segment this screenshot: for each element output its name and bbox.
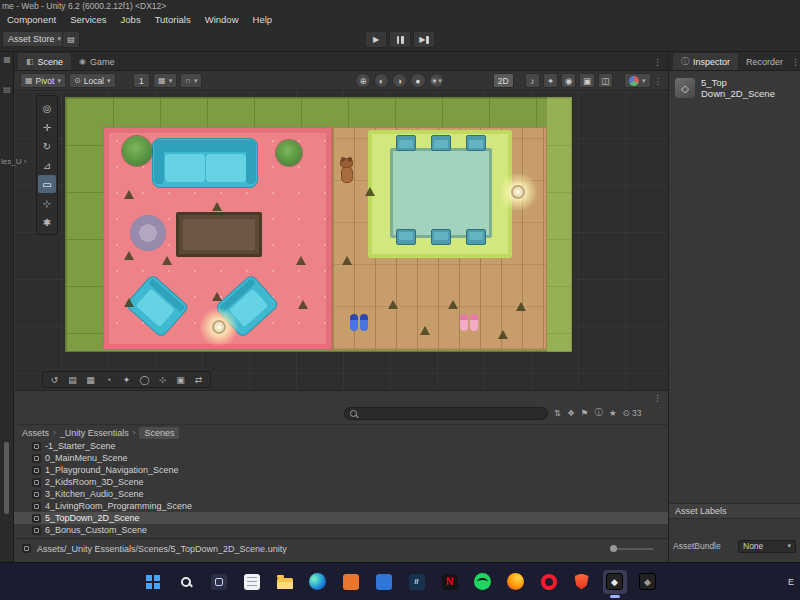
scene-viewport[interactable]: ◎ ✛ ↻ ⊿ ▭ ⊹ ✱ ↺ ▤ ▦ ◔ ✦ ◯ ⊹ ▣ (14, 91, 668, 390)
taskbar-firefox[interactable] (504, 570, 528, 594)
list-item[interactable]: 1_Playground_Navigation_Scene (14, 464, 668, 476)
waypoint-marker[interactable] (124, 298, 134, 307)
waypoint-marker[interactable] (388, 300, 398, 309)
taskbar-file-explorer[interactable] (273, 570, 297, 594)
menu-window[interactable]: Window (198, 14, 246, 25)
label-icon[interactable]: ⚑ (581, 408, 589, 418)
taskbar-windows-start[interactable] (141, 570, 165, 594)
audio-toggle[interactable]: ♪ (525, 73, 540, 88)
lamp-sprite[interactable] (498, 172, 538, 212)
project-menu-icon[interactable]: ⋮ (653, 393, 662, 403)
list-item[interactable]: 3_Kitchen_Audio_Scene (14, 488, 668, 500)
lighting-toggle[interactable]: ● (410, 73, 425, 88)
hidden-count[interactable]: ⊙ 33 (623, 408, 642, 418)
breadcrumb-unity-essentials[interactable]: _Unity Essentials (60, 428, 129, 438)
plant-sprite[interactable] (276, 140, 302, 166)
taskbar-task-view[interactable] (207, 570, 231, 594)
assetbundle-dropdown[interactable]: None ▾ (738, 540, 796, 553)
project-search[interactable] (344, 407, 548, 420)
taskbar-unity-editor[interactable]: ◆ (603, 570, 627, 594)
swap-icon[interactable]: ⇄ (191, 373, 206, 386)
move-tool[interactable]: ✛ (38, 118, 56, 136)
menu-component[interactable]: Component (0, 14, 63, 25)
chair-sprite[interactable] (431, 135, 451, 151)
local-dropdown[interactable]: ⊙ Local ▾ (69, 73, 116, 88)
waypoint-marker[interactable] (162, 256, 172, 265)
play-button[interactable]: ▶ (365, 31, 387, 48)
panel-list-icon[interactable]: ▤ (0, 85, 14, 94)
taskbar-unity-hub[interactable]: ◆ (636, 570, 660, 594)
menu-tutorials[interactable]: Tutorials (148, 14, 198, 25)
scale-tool[interactable]: ⊿ (38, 156, 56, 174)
frame-icon[interactable]: ▣ (173, 373, 188, 386)
tab-game[interactable]: ◉ Game (71, 53, 123, 70)
wireframe-button[interactable]: ◑ (392, 73, 407, 88)
tabbar-menu-icon[interactable]: ⋮ (653, 57, 668, 70)
menu-services[interactable]: Services (63, 14, 113, 25)
gizmos-toggle[interactable]: ⊕ (355, 73, 370, 88)
waypoint-marker[interactable] (124, 251, 134, 260)
dining-table-sprite[interactable] (390, 148, 492, 238)
pink-shoes-sprite[interactable] (460, 314, 478, 331)
metrics-icon[interactable]: ◔ (101, 373, 116, 386)
blue-shoes-sprite[interactable] (350, 314, 368, 331)
scene-toolbar-menu-icon[interactable]: ⋮ (654, 76, 663, 86)
version-control-icon[interactable]: ▤ (62, 31, 80, 48)
sofa-sprite[interactable] (152, 138, 258, 188)
rect-tool[interactable]: ▭ (38, 175, 56, 193)
snap-dropdown[interactable]: ∩ ▾ (180, 73, 202, 88)
taskbar-edge[interactable] (306, 570, 330, 594)
waypoint-marker[interactable] (212, 292, 222, 301)
thumbnail-size-slider[interactable] (610, 548, 654, 550)
hierarchy-item-fragment[interactable]: les_U › (1, 157, 26, 166)
taskbar-opera[interactable] (537, 570, 561, 594)
waypoint-marker[interactable] (448, 300, 458, 309)
chair-sprite[interactable] (396, 229, 416, 245)
breadcrumb-scenes[interactable]: Scenes (139, 427, 179, 439)
visibility-toggle[interactable]: ◉ (561, 73, 576, 88)
orbit-icon[interactable]: ↺ (47, 373, 62, 386)
waypoint-marker[interactable] (498, 330, 508, 339)
inspector-menu-icon[interactable]: ⋮ (791, 57, 800, 70)
search-input[interactable] (361, 409, 542, 419)
taskbar-tray-fragment[interactable]: E (788, 563, 794, 600)
target-icon[interactable]: ⊹ (155, 373, 170, 386)
waypoint-marker[interactable] (342, 256, 352, 265)
view-tool[interactable]: ◎ (38, 99, 56, 117)
taskbar-app-orange[interactable] (339, 570, 363, 594)
waypoint-marker[interactable] (296, 256, 306, 265)
2d-mode-toggle[interactable]: 2D (493, 73, 514, 88)
asset-labels-header[interactable]: Asset Labels (669, 503, 800, 519)
taskbar-search[interactable] (174, 570, 198, 594)
grid-snap-dropdown[interactable]: ▦ ▾ (153, 73, 177, 88)
chair-sprite[interactable] (466, 135, 486, 151)
lamp-sprite[interactable] (199, 307, 239, 347)
list-item-selected[interactable]: 5_TopDown_2D_Scene (14, 512, 668, 524)
menu-jobs[interactable]: Jobs (114, 14, 148, 25)
tab-recorder[interactable]: Recorder (738, 53, 791, 70)
tab-scene[interactable]: ◧ Scene (18, 53, 71, 70)
taskbar-brave[interactable] (570, 570, 594, 594)
circle-icon[interactable]: ◯ (137, 373, 152, 386)
effects-dropdown[interactable]: ☀▾ (429, 73, 444, 88)
taskbar-spotify[interactable] (471, 570, 495, 594)
package-icon[interactable]: ❖ (567, 408, 575, 418)
list-item[interactable]: -1_Starter_Scene (14, 440, 668, 452)
tab-inspector[interactable]: ⓘ Inspector (673, 53, 738, 70)
taskbar-app-blue[interactable] (372, 570, 396, 594)
plant-sprite[interactable] (122, 136, 152, 166)
transform-tool[interactable]: ⊹ (38, 194, 56, 212)
info-icon[interactable]: ⓘ (594, 407, 603, 419)
custom-tool[interactable]: ✱ (38, 213, 56, 231)
round-rug-sprite[interactable] (130, 215, 166, 251)
taskbar-terminal[interactable]: // (405, 570, 429, 594)
dog-sprite[interactable] (338, 158, 356, 184)
chair-sprite[interactable] (466, 229, 486, 245)
shading-mode-button[interactable]: ◐ (374, 73, 389, 88)
waypoint-marker[interactable] (420, 326, 430, 335)
waypoint-marker[interactable] (298, 300, 308, 309)
camera-dropdown[interactable]: ▣ (579, 73, 594, 88)
waypoint-marker[interactable] (365, 187, 375, 196)
fx-dropdown[interactable]: ✦ (543, 73, 558, 88)
waypoint-marker[interactable] (124, 190, 134, 199)
